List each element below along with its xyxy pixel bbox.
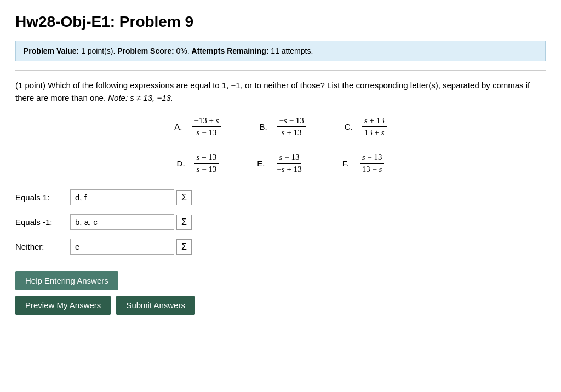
fraction-e: s − 13 −s + 13	[274, 153, 304, 174]
label-a: A.	[174, 122, 185, 131]
label-f: F.	[342, 159, 353, 168]
denominator-e: −s + 13	[274, 164, 304, 174]
equalsneg1-row: Equals -1: Σ	[15, 214, 546, 230]
note-text: Note: s ≠ 13, −13.	[108, 93, 173, 102]
expression-row-1: A. −13 + s s − 13 B. −s − 13 s + 13 C. s…	[15, 116, 546, 137]
problem-score-label: Problem Score:	[117, 47, 174, 55]
problem-text: (1 point) Which of the following express…	[15, 79, 546, 104]
equals1-sigma-button[interactable]: Σ	[176, 190, 192, 205]
equalsneg1-sigma-button[interactable]: Σ	[176, 215, 192, 230]
action-buttons-row: Preview My Answers Submit Answers	[15, 296, 195, 315]
neither-label: Neither:	[15, 242, 70, 251]
expressions-table: A. −13 + s s − 13 B. −s − 13 s + 13 C. s…	[15, 116, 546, 174]
equals1-label: Equals 1:	[15, 193, 70, 202]
denominator-b: s + 13	[279, 127, 304, 137]
denominator-d: s − 13	[194, 164, 219, 174]
neither-input[interactable]	[70, 239, 174, 255]
numerator-d: s + 13	[194, 153, 219, 164]
problem-value-label: Problem Value:	[24, 47, 79, 55]
equals1-row: Equals 1: Σ	[15, 189, 546, 205]
numerator-a: −13 + s	[192, 116, 221, 127]
label-e: E.	[257, 159, 268, 168]
neither-row: Neither: Σ	[15, 239, 546, 255]
denominator-c: 13 + s	[362, 127, 387, 137]
expression-f: F. s − 13 13 − s	[342, 153, 385, 174]
numerator-f: s − 13	[360, 153, 385, 164]
expression-c: C. s + 13 13 + s	[345, 116, 387, 137]
submit-answers-button[interactable]: Submit Answers	[116, 296, 195, 315]
attempts: 11 attempts.	[271, 47, 313, 55]
label-b: B.	[260, 122, 271, 131]
problem-score: 0%.	[176, 47, 190, 55]
denominator-a: s − 13	[194, 127, 219, 137]
expression-e: E. s − 13 −s + 13	[257, 153, 304, 174]
equalsneg1-label: Equals -1:	[15, 217, 70, 227]
fraction-f: s − 13 13 − s	[360, 153, 385, 174]
numerator-b: −s − 13	[277, 116, 306, 127]
equalsneg1-input[interactable]	[70, 214, 174, 230]
expression-b: B. −s − 13 s + 13	[260, 116, 306, 137]
neither-sigma-button[interactable]: Σ	[176, 239, 192, 255]
attempts-label: Attempts Remaining:	[192, 47, 269, 55]
page-title: Hw28-Obj-E1: Problem 9	[15, 13, 546, 31]
denominator-f: 13 − s	[360, 164, 385, 174]
problem-value: 1 point(s).	[81, 47, 115, 55]
fraction-a: −13 + s s − 13	[192, 116, 221, 137]
preview-my-answers-button[interactable]: Preview My Answers	[15, 296, 111, 315]
equals1-input[interactable]	[70, 189, 174, 205]
info-box: Problem Value: 1 point(s). Problem Score…	[15, 41, 546, 61]
label-c: C.	[345, 122, 356, 131]
divider	[15, 70, 546, 71]
expression-a: A. −13 + s s − 13	[174, 116, 221, 137]
buttons-area: Help Entering Answers Preview My Answers…	[15, 271, 546, 315]
fraction-c: s + 13 13 + s	[362, 116, 387, 137]
expression-row-2: D. s + 13 s − 13 E. s − 13 −s + 13 F. s …	[15, 153, 546, 174]
expression-d: D. s + 13 s − 13	[177, 153, 219, 174]
help-entering-answers-button[interactable]: Help Entering Answers	[15, 271, 118, 290]
numerator-e: s − 13	[277, 153, 302, 164]
numerator-c: s + 13	[362, 116, 387, 127]
label-d: D.	[177, 159, 188, 168]
fraction-d: s + 13 s − 13	[194, 153, 219, 174]
fraction-b: −s − 13 s + 13	[277, 116, 306, 137]
